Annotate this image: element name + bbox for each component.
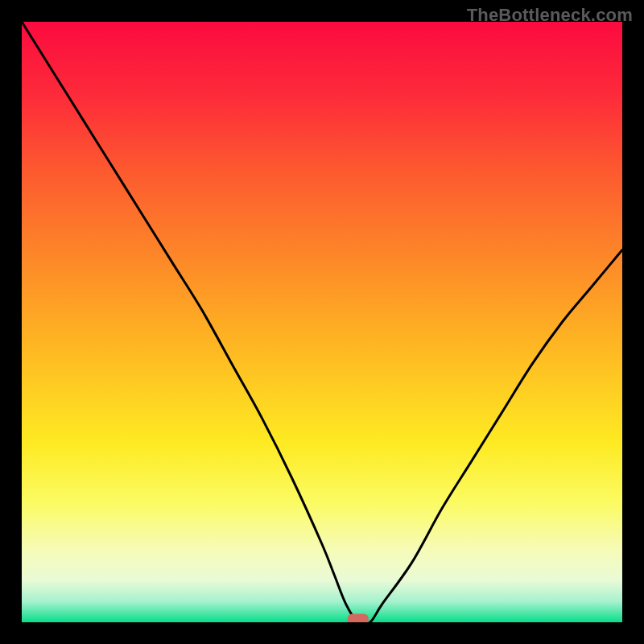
minimum-marker (348, 614, 369, 623)
chart-svg (22, 22, 622, 622)
chart-frame: TheBottleneck.com (0, 0, 644, 644)
gradient-background (22, 22, 622, 622)
plot-area (22, 22, 622, 622)
